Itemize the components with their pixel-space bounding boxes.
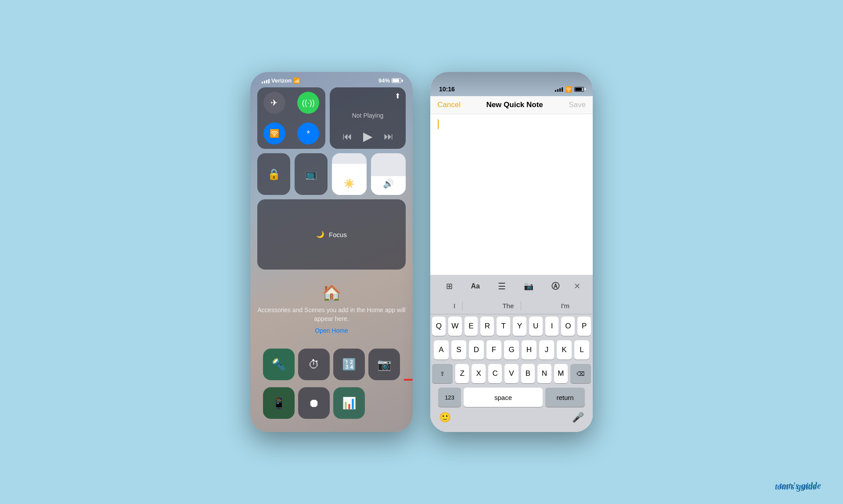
focus-button[interactable]: 🌙 Focus bbox=[257, 199, 406, 270]
focus-label: Focus bbox=[329, 231, 347, 238]
not-playing-label: Not Playing bbox=[337, 101, 399, 129]
key-h[interactable]: H bbox=[522, 340, 537, 360]
media-controls: ⏮ ▶ ⏭ bbox=[337, 129, 399, 144]
key-u[interactable]: U bbox=[529, 317, 543, 336]
connectivity-panel: ✈ ((·)) 🛜 bbox=[257, 87, 325, 149]
key-p[interactable]: P bbox=[577, 317, 591, 336]
note-content-area[interactable] bbox=[430, 114, 593, 275]
table-button[interactable]: ⊞ bbox=[443, 280, 456, 293]
dictation-button[interactable]: 🎤 bbox=[572, 412, 584, 423]
rotation-lock-button[interactable]: 🔒 bbox=[257, 153, 290, 195]
signal-icon-right bbox=[555, 86, 563, 92]
flashlight-button[interactable]: 🔦 bbox=[263, 349, 295, 380]
volume-slider[interactable]: 🔊 bbox=[371, 153, 406, 195]
key-a[interactable]: A bbox=[434, 340, 449, 360]
return-button[interactable]: return bbox=[545, 388, 585, 407]
key-v[interactable]: V bbox=[504, 364, 518, 383]
key-l[interactable]: L bbox=[574, 340, 589, 360]
keyboard-row-zm: ⇧ Z X C V B N M ⌫ bbox=[430, 362, 593, 385]
key-o[interactable]: O bbox=[561, 317, 575, 336]
battery-icon-right bbox=[574, 87, 584, 92]
key-b[interactable]: B bbox=[521, 364, 535, 383]
play-button[interactable]: ▶ bbox=[363, 129, 373, 144]
key-z[interactable]: Z bbox=[455, 364, 469, 383]
screen-mirror-button[interactable]: 📺 bbox=[295, 153, 328, 195]
calculator-button[interactable]: 🔢 bbox=[333, 349, 365, 380]
delete-button[interactable]: ⌫ bbox=[570, 364, 591, 383]
keyboard-row-al: A S D F G H J K L bbox=[430, 338, 593, 362]
volume-icon: 🔊 bbox=[383, 178, 394, 189]
note-toolbar: ⊞ Aa ☰ 📷 Ⓐ ✕ bbox=[430, 275, 593, 298]
close-toolbar-button[interactable]: ✕ bbox=[574, 281, 580, 291]
key-g[interactable]: G bbox=[504, 340, 519, 360]
battery-status: 94% bbox=[378, 77, 401, 84]
time-display: 10:16 bbox=[439, 86, 455, 93]
key-d[interactable]: D bbox=[469, 340, 484, 360]
flashlight-icon: 🔦 bbox=[272, 358, 286, 371]
shift-button[interactable]: ⇧ bbox=[432, 364, 453, 383]
space-button[interactable]: space bbox=[464, 388, 543, 407]
key-k[interactable]: K bbox=[557, 340, 572, 360]
key-f[interactable]: F bbox=[486, 340, 501, 360]
camera-icon: 📷 bbox=[377, 358, 391, 371]
key-y[interactable]: Y bbox=[513, 317, 526, 336]
key-w[interactable]: W bbox=[448, 317, 462, 336]
wifi-icon-left: 📶 bbox=[293, 77, 300, 84]
rewind-button[interactable]: ⏮ bbox=[342, 131, 352, 142]
numbers-button[interactable]: 123 bbox=[438, 388, 461, 407]
open-home-button[interactable]: Open Home bbox=[315, 327, 348, 334]
airplane-mode-button[interactable]: ✈ bbox=[257, 87, 292, 118]
camera-button[interactable]: 📷 bbox=[368, 349, 400, 380]
key-s[interactable]: S bbox=[451, 340, 466, 360]
battery-percentage: 94% bbox=[378, 77, 390, 84]
save-button[interactable]: Save bbox=[569, 101, 586, 109]
key-x[interactable]: X bbox=[472, 364, 485, 383]
markup-button[interactable]: Ⓐ bbox=[548, 279, 563, 293]
key-i[interactable]: I bbox=[545, 317, 559, 336]
airplay-icon[interactable]: ⬆︎ bbox=[395, 92, 400, 100]
suggestion-im[interactable]: I'm bbox=[554, 301, 576, 310]
navigation-bar: Cancel New Quick Note Save bbox=[430, 96, 593, 114]
format-button[interactable]: Aa bbox=[467, 281, 483, 292]
key-n[interactable]: N bbox=[537, 364, 551, 383]
timer-icon: ⏱ bbox=[308, 358, 320, 371]
key-r[interactable]: R bbox=[480, 317, 494, 336]
focus-moon-icon: 🌙 bbox=[316, 230, 324, 238]
calculator-icon: 🔢 bbox=[342, 358, 356, 371]
suggestion-the[interactable]: The bbox=[495, 301, 521, 310]
checklist-button[interactable]: ☰ bbox=[494, 279, 509, 293]
bluetooth-button[interactable]: * bbox=[292, 118, 326, 149]
key-t[interactable]: T bbox=[497, 317, 510, 336]
status-icons-right: 🛜 bbox=[555, 86, 584, 93]
status-bar-left: Verizon 📶 94% bbox=[257, 72, 406, 87]
screen-record-button[interactable]: ⏺ bbox=[298, 387, 330, 419]
key-j[interactable]: J bbox=[539, 340, 554, 360]
brightness-slider[interactable]: ☀️ bbox=[332, 153, 367, 195]
keyboard-bottom-row: 123 space return bbox=[430, 385, 593, 409]
key-e[interactable]: E bbox=[465, 317, 478, 336]
signal-icon bbox=[262, 78, 270, 83]
cellular-button[interactable]: ((·)) bbox=[292, 87, 326, 118]
timer-button[interactable]: ⏱ bbox=[298, 349, 330, 380]
suggestions-bar: I The I'm bbox=[430, 298, 593, 314]
homekit-text: Accessories and Scenes you add in the Ho… bbox=[257, 306, 406, 323]
cancel-button[interactable]: Cancel bbox=[437, 101, 461, 109]
fast-forward-button[interactable]: ⏭ bbox=[384, 131, 393, 142]
key-q[interactable]: Q bbox=[432, 317, 446, 336]
remote-button[interactable]: 📱 bbox=[263, 387, 295, 419]
key-c[interactable]: C bbox=[488, 364, 502, 383]
emoji-button[interactable]: 🙂 bbox=[439, 412, 451, 423]
keyboard-accessory-row: 🙂 🎤 bbox=[430, 409, 593, 432]
home-icon: 🏠 bbox=[322, 284, 342, 302]
key-m[interactable]: M bbox=[554, 364, 568, 383]
wifi-button[interactable]: 🛜 bbox=[257, 118, 292, 149]
toms-guide-logo: tom's guide bbox=[775, 482, 817, 492]
now-playing-panel: ⬆︎ Not Playing ⏮ ▶ ⏭ bbox=[330, 87, 406, 149]
record-icon: ⏺ bbox=[308, 396, 320, 410]
camera-toolbar-button[interactable]: 📷 bbox=[520, 280, 537, 293]
notes-icon: 📊 bbox=[342, 396, 356, 410]
suggestion-i[interactable]: I bbox=[447, 301, 463, 310]
battery-icon bbox=[392, 78, 401, 83]
brightness-icon: ☀️ bbox=[344, 178, 355, 189]
notes-button[interactable]: 📊 bbox=[333, 387, 365, 419]
